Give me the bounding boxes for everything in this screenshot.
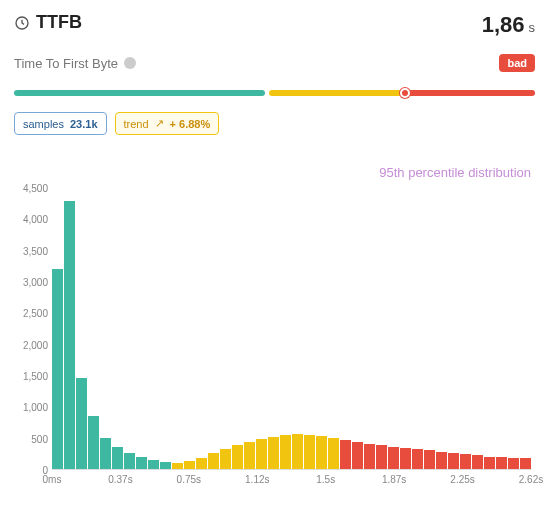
histogram-bar[interactable] bbox=[292, 434, 303, 469]
metric-value-wrap: 1,86 s bbox=[482, 12, 535, 38]
dist-segment-good bbox=[14, 90, 265, 96]
histogram-bar[interactable] bbox=[220, 449, 231, 469]
histogram-bar[interactable] bbox=[496, 457, 507, 469]
histogram-bar[interactable] bbox=[508, 458, 519, 469]
trend-chip[interactable]: trend ↗ + 6.88% bbox=[115, 112, 220, 135]
histogram-bar[interactable] bbox=[388, 447, 399, 469]
samples-value: 23.1k bbox=[70, 118, 98, 130]
x-tick-label: 0ms bbox=[43, 474, 62, 485]
x-tick-label: 2.25s bbox=[450, 474, 474, 485]
histogram-bar[interactable] bbox=[232, 445, 243, 469]
histogram-bar[interactable] bbox=[304, 435, 315, 469]
distribution-bar bbox=[14, 90, 535, 96]
histogram-bar[interactable] bbox=[328, 438, 339, 469]
metric-subtitle: Time To First Byte bbox=[14, 56, 136, 71]
dist-segment-mid bbox=[269, 90, 402, 96]
dist-segment-bad bbox=[407, 90, 535, 96]
x-tick-label: 1.12s bbox=[245, 474, 269, 485]
dist-marker bbox=[400, 88, 410, 98]
chart-title: 95th percentile distribution bbox=[14, 165, 535, 180]
histogram-bar[interactable] bbox=[448, 453, 459, 469]
y-tick-label: 3,000 bbox=[23, 277, 48, 288]
info-icon[interactable] bbox=[124, 57, 136, 69]
y-tick-label: 500 bbox=[31, 433, 48, 444]
y-axis: 05001,0001,5002,0002,5003,0003,5004,0004… bbox=[14, 188, 50, 470]
metric-unit: s bbox=[529, 20, 536, 35]
y-tick-label: 4,000 bbox=[23, 214, 48, 225]
histogram-chart: 05001,0001,5002,0002,5003,0003,5004,0004… bbox=[14, 188, 535, 488]
histogram-bar[interactable] bbox=[412, 449, 423, 469]
x-tick-label: 1.87s bbox=[382, 474, 406, 485]
histogram-bar[interactable] bbox=[484, 457, 495, 469]
clock-icon bbox=[14, 15, 30, 31]
histogram-bar[interactable] bbox=[436, 452, 447, 469]
histogram-bar[interactable] bbox=[352, 442, 363, 469]
y-tick-label: 2,500 bbox=[23, 308, 48, 319]
histogram-bar[interactable] bbox=[256, 439, 267, 469]
histogram-bar[interactable] bbox=[340, 440, 351, 469]
x-tick-label: 1.5s bbox=[316, 474, 335, 485]
card-header: TTFB 1,86 s bbox=[14, 12, 535, 38]
histogram-bar[interactable] bbox=[124, 453, 135, 469]
histogram-bar[interactable] bbox=[268, 437, 279, 469]
histogram-bar[interactable] bbox=[280, 435, 291, 469]
trend-value: + 6.88% bbox=[170, 118, 211, 130]
histogram-bar[interactable] bbox=[472, 455, 483, 469]
histogram-bar[interactable] bbox=[136, 457, 147, 469]
x-axis: 0ms0.37s0.75s1.12s1.5s1.87s2.25s2.62s bbox=[52, 472, 531, 488]
histogram-bar[interactable] bbox=[424, 450, 435, 469]
y-tick-label: 4,500 bbox=[23, 183, 48, 194]
histogram-bar[interactable] bbox=[76, 378, 87, 469]
histogram-bar[interactable] bbox=[316, 436, 327, 469]
metric-value: 1,86 bbox=[482, 12, 525, 38]
subtitle-row: Time To First Byte bad bbox=[14, 54, 535, 72]
histogram-bar[interactable] bbox=[148, 460, 159, 469]
y-tick-label: 2,000 bbox=[23, 339, 48, 350]
histogram-bar[interactable] bbox=[64, 201, 75, 470]
histogram-bar[interactable] bbox=[520, 458, 531, 469]
title-wrap: TTFB bbox=[14, 12, 82, 33]
y-tick-label: 3,500 bbox=[23, 245, 48, 256]
histogram-bar[interactable] bbox=[208, 453, 219, 469]
x-tick-label: 0.37s bbox=[108, 474, 132, 485]
histogram-bar[interactable] bbox=[364, 444, 375, 469]
histogram-bar[interactable] bbox=[112, 447, 123, 469]
histogram-bar[interactable] bbox=[400, 448, 411, 469]
metric-title: TTFB bbox=[36, 12, 82, 33]
samples-label: samples bbox=[23, 118, 64, 130]
y-tick-label: 1,000 bbox=[23, 402, 48, 413]
ttfb-metric-card: TTFB 1,86 s Time To First Byte bad sampl… bbox=[0, 0, 549, 500]
histogram-bar[interactable] bbox=[172, 463, 183, 469]
y-tick-label: 1,500 bbox=[23, 371, 48, 382]
plot-area bbox=[52, 188, 531, 470]
trend-label: trend bbox=[124, 118, 149, 130]
histogram-bar[interactable] bbox=[376, 445, 387, 469]
histogram-bar[interactable] bbox=[52, 269, 63, 469]
histogram-bar[interactable] bbox=[100, 438, 111, 469]
chip-row: samples 23.1k trend ↗ + 6.88% bbox=[14, 112, 535, 135]
histogram-bar[interactable] bbox=[244, 442, 255, 469]
histogram-bar[interactable] bbox=[160, 462, 171, 469]
x-tick-label: 2.62s bbox=[519, 474, 543, 485]
trend-arrow-icon: ↗ bbox=[155, 117, 164, 130]
subtitle-text: Time To First Byte bbox=[14, 56, 118, 71]
histogram-bar[interactable] bbox=[196, 458, 207, 469]
rating-badge: bad bbox=[499, 54, 535, 72]
histogram-bar[interactable] bbox=[184, 461, 195, 469]
histogram-bar[interactable] bbox=[460, 454, 471, 469]
samples-chip[interactable]: samples 23.1k bbox=[14, 112, 107, 135]
histogram-bar[interactable] bbox=[88, 416, 99, 469]
x-tick-label: 0.75s bbox=[177, 474, 201, 485]
